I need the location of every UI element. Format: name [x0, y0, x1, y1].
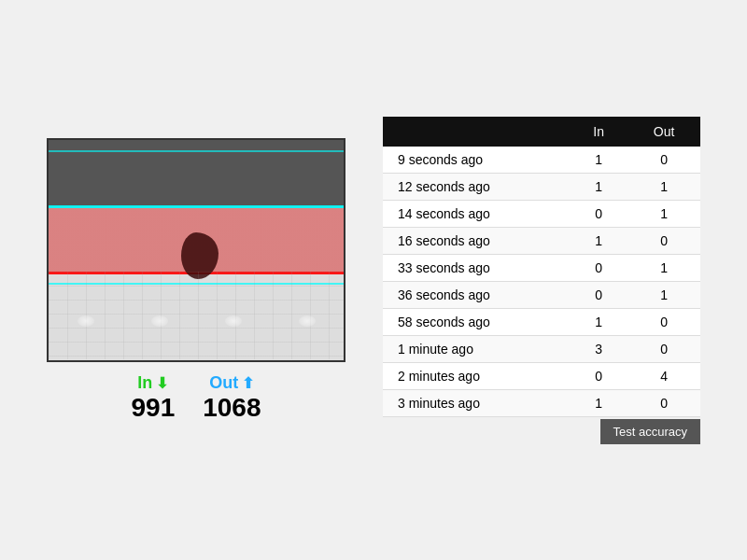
cell-time: 9 seconds ago — [383, 147, 570, 174]
cell-out: 4 — [627, 362, 700, 389]
table-row: 2 minutes ago04 — [383, 362, 700, 389]
cell-in: 1 — [570, 227, 627, 254]
cell-in: 1 — [570, 308, 627, 335]
table-row: 1 minute ago30 — [383, 335, 700, 362]
cell-in: 0 — [570, 281, 627, 308]
in-label: In ⬇ — [137, 373, 168, 393]
cell-out: 1 — [627, 281, 700, 308]
in-stat: In ⬇ 991 — [131, 373, 175, 423]
col-time-header — [383, 117, 570, 147]
col-out-header: Out — [627, 117, 700, 147]
out-value: 1068 — [203, 393, 261, 423]
cell-out: 1 — [627, 200, 700, 227]
test-accuracy-button[interactable]: Test accuracy — [600, 419, 700, 444]
floor-dot — [78, 315, 94, 327]
cell-time: 3 minutes ago — [383, 389, 570, 416]
cell-in: 0 — [570, 200, 627, 227]
floor-lights — [49, 315, 344, 327]
col-in-header: In — [570, 117, 627, 147]
cell-out: 0 — [627, 308, 700, 335]
cell-in: 0 — [570, 362, 627, 389]
arrow-down-icon: ⬇ — [156, 374, 168, 392]
out-stat: Out ⬆ 1068 — [203, 373, 261, 423]
table-row: 16 seconds ago10 — [383, 227, 700, 254]
cell-out: 0 — [627, 227, 700, 254]
cell-out: 0 — [627, 335, 700, 362]
cell-time: 14 seconds ago — [383, 200, 570, 227]
stats-row: In ⬇ 991 Out ⬆ 1068 — [131, 373, 261, 423]
cell-time: 12 seconds ago — [383, 173, 570, 200]
cell-in: 1 — [570, 173, 627, 200]
table-row: 14 seconds ago01 — [383, 200, 700, 227]
table-row: 36 seconds ago01 — [383, 281, 700, 308]
cell-in: 1 — [570, 147, 627, 174]
floor-dot — [225, 315, 242, 327]
cell-out: 1 — [627, 254, 700, 281]
cell-in: 0 — [570, 254, 627, 281]
cell-out: 1 — [627, 173, 700, 200]
in-value: 991 — [131, 393, 175, 423]
cell-time: 1 minute ago — [383, 335, 570, 362]
cell-in: 3 — [570, 335, 627, 362]
table-row: 12 seconds ago11 — [383, 173, 700, 200]
table-body: 9 seconds ago1012 seconds ago1114 second… — [383, 147, 700, 417]
cell-time: 33 seconds ago — [383, 254, 570, 281]
cell-in: 1 — [570, 389, 627, 416]
cell-time: 2 minutes ago — [383, 362, 570, 389]
events-table: In Out 9 seconds ago1012 seconds ago1114… — [383, 117, 700, 417]
arrow-up-icon: ⬆ — [242, 374, 254, 392]
floor-dot — [299, 315, 316, 327]
cell-time: 16 seconds ago — [383, 227, 570, 254]
cell-time: 36 seconds ago — [383, 281, 570, 308]
table-row: 33 seconds ago01 — [383, 254, 700, 281]
video-feed — [47, 138, 345, 362]
ceiling-line — [49, 150, 344, 152]
table-row: 9 seconds ago10 — [383, 147, 700, 174]
table-row: 3 minutes ago10 — [383, 389, 700, 416]
cell-time: 58 seconds ago — [383, 308, 570, 335]
line-top-cyan — [49, 205, 344, 208]
cell-out: 0 — [627, 147, 700, 174]
right-panel: In Out 9 seconds ago1012 seconds ago1114… — [383, 117, 700, 444]
floor-dot — [151, 315, 168, 327]
table-header-row: In Out — [383, 117, 700, 147]
table-row: 58 seconds ago10 — [383, 308, 700, 335]
left-panel: In ⬇ 991 Out ⬆ 1068 — [47, 138, 345, 423]
cell-out: 0 — [627, 389, 700, 416]
out-label: Out ⬆ — [209, 373, 254, 393]
